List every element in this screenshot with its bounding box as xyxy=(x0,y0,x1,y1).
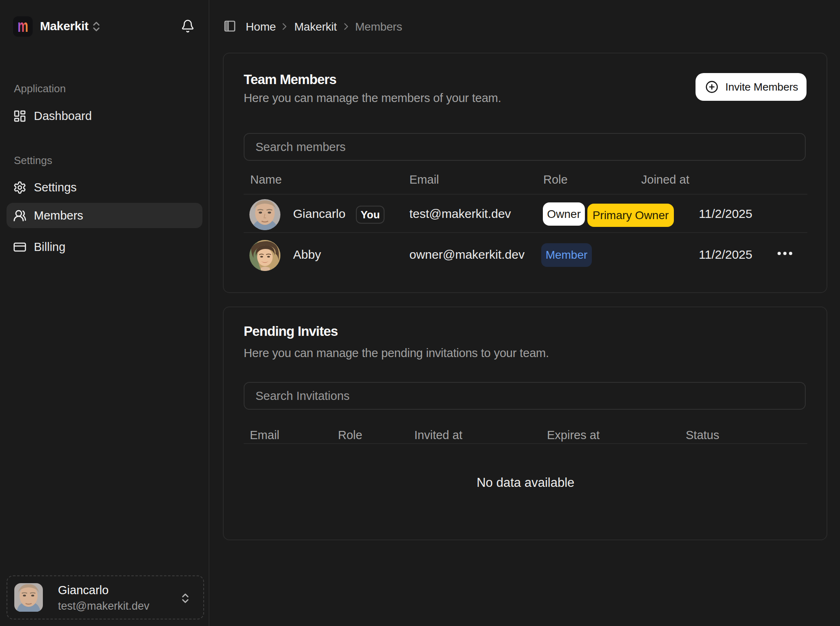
svg-text:m: m xyxy=(18,16,28,36)
